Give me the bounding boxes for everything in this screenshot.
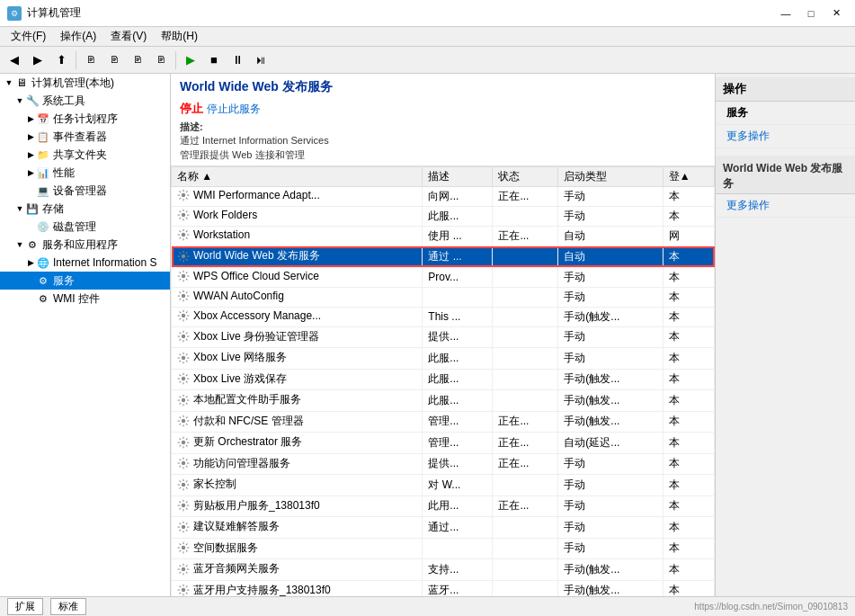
back-button[interactable]: ◀	[4, 50, 25, 70]
tree-item-storage[interactable]: ▼ 💾 存储	[0, 200, 170, 218]
tree-item-wmi[interactable]: ⚙ WMI 控件	[0, 290, 170, 308]
table-row[interactable]: Xbox Accessory Manage...This ...手动(触发...…	[172, 307, 715, 326]
service-name: 功能访问管理器服务	[193, 456, 290, 471]
service-name: 蓝牙用户支持服务_138013f0	[193, 583, 331, 596]
service-status: 正在...	[493, 495, 558, 517]
table-row[interactable]: Xbox Live 网络服务此服...手动本	[172, 348, 715, 370]
stop-service-btn[interactable]: ■	[203, 50, 225, 70]
table-row[interactable]: Xbox Live 游戏保存此服...手动(触发...本	[172, 369, 715, 390]
gear-service-icon: 空间数据服务	[177, 540, 258, 556]
minimize-button[interactable]: —	[774, 4, 797, 22]
export-btn[interactable]: 🖹	[103, 50, 125, 70]
title-bar: ⚙ 计算机管理 — □ ✕	[0, 0, 855, 27]
actions-title: 操作	[716, 77, 855, 102]
table-row[interactable]: 蓝牙音频网关服务支持...手动(触发...本	[172, 559, 715, 581]
restart-service-btn[interactable]: ⏯	[250, 50, 272, 70]
service-name: WPS Office Cloud Service	[193, 270, 319, 282]
menu-view[interactable]: 查看(V)	[103, 27, 154, 46]
action-services[interactable]: 服务	[716, 102, 855, 125]
table-row[interactable]: WMI Performance Adapt...向网...正在...手动本	[172, 187, 715, 207]
service-login: 本	[663, 517, 714, 539]
svg-point-15	[182, 504, 185, 507]
gear-service-icon: Xbox Live 网络服务	[177, 350, 287, 365]
stop-service-link[interactable]: 停止此服务	[207, 102, 261, 117]
table-row[interactable]: 更新 Orchestrator 服务管理...正在...自动(延迟...本	[172, 433, 715, 454]
service-login: 本	[663, 559, 714, 581]
service-status	[493, 517, 558, 539]
gear-service-icon: WMI Performance Adapt...	[177, 189, 320, 201]
maximize-button[interactable]: □	[799, 4, 823, 22]
table-row[interactable]: 空间数据服务手动本	[172, 538, 715, 559]
tree-item-services[interactable]: ⚙ 服务	[0, 272, 170, 290]
service-desc: 提供...	[423, 453, 493, 475]
tab-standard[interactable]: 标准	[50, 598, 86, 615]
service-login: 本	[663, 475, 714, 496]
service-startup: 手动(触发...	[558, 559, 663, 581]
service-list-container[interactable]: 名称 ▲ 描述 状态 启动类型 登▲ WMI Performance Adapt…	[171, 166, 715, 596]
table-row[interactable]: 剪贴板用户服务_138013f0此用...正在...手动本	[172, 495, 715, 517]
service-login: 本	[663, 411, 714, 433]
tree-item-disk-mgmt[interactable]: 💿 磁盘管理	[0, 218, 170, 236]
table-row[interactable]: WWAN AutoConfig手动本	[172, 287, 715, 307]
table-row[interactable]: World Wide Web 发布服务通过 ...自动本	[172, 246, 715, 268]
gear-service-icon: 付款和 NFC/SE 管理器	[177, 414, 304, 429]
tree-item-shared-folders[interactable]: ▶ 📁 共享文件夹	[0, 146, 170, 164]
service-name: 本地配置文件助手服务	[193, 392, 301, 407]
up-button[interactable]: ⬆	[50, 50, 72, 70]
pause-service-btn[interactable]: ⏸	[227, 50, 248, 70]
col-status[interactable]: 状态	[493, 167, 558, 187]
tree-item-tools[interactable]: ▼ 🔧 系统工具	[0, 92, 170, 110]
service-header: World Wide Web 发布服务 停止 停止此服务 描述: 通过 Inte…	[171, 74, 715, 166]
tab-expand[interactable]: 扩展	[7, 598, 43, 615]
table-row[interactable]: 家长控制对 W...手动本	[172, 475, 715, 496]
table-row[interactable]: Work Folders此服...手动本	[172, 207, 715, 227]
service-desc	[423, 287, 493, 307]
service-name: Xbox Live 身份验证管理器	[193, 329, 319, 344]
table-row[interactable]: 本地配置文件助手服务此服...手动(触发...本	[172, 390, 715, 412]
tree-item-device-manager[interactable]: 💻 设备管理器	[0, 182, 170, 200]
service-startup: 手动	[558, 538, 663, 559]
start-service-btn[interactable]: ▶	[180, 50, 201, 70]
action-more-ops-1[interactable]: 更多操作	[716, 125, 855, 148]
service-desc: 通过 ...	[423, 246, 493, 268]
disk-icon: 💿	[36, 219, 50, 234]
tree-label-computer: 计算机管理(本地)	[31, 76, 114, 91]
tree-item-performance[interactable]: ▶ 📊 性能	[0, 164, 170, 182]
tree-item-iis[interactable]: ▶ 🌐 Internet Information S	[0, 254, 170, 272]
service-name: Workstation	[193, 228, 250, 241]
table-row[interactable]: 蓝牙用户支持服务_138013f0蓝牙...手动(触发...本	[172, 580, 715, 596]
table-row[interactable]: WPS Office Cloud ServiceProv...手动本	[172, 267, 715, 287]
tree-label-services-apps: 服务和应用程序	[42, 237, 118, 253]
tree-item-computer[interactable]: ▼ 🖥 计算机管理(本地)	[0, 74, 170, 92]
col-startup[interactable]: 启动类型	[558, 167, 663, 187]
tree-item-services-apps[interactable]: ▼ ⚙ 服务和应用程序	[0, 236, 170, 254]
close-button[interactable]: ✕	[824, 4, 848, 22]
service-login: 本	[663, 390, 714, 412]
table-row[interactable]: 付款和 NFC/SE 管理器管理...正在...手动(触发...本	[172, 411, 715, 433]
tree-item-scheduler[interactable]: ▶ 📅 任务计划程序	[0, 110, 170, 128]
service-login: 本	[663, 538, 714, 559]
table-row[interactable]: 功能访问管理器服务提供...正在...手动本	[172, 453, 715, 475]
menu-action[interactable]: 操作(A)	[53, 27, 103, 46]
service-name: 建议疑难解答服务	[193, 519, 280, 534]
show-hide-btn[interactable]: 🖹	[80, 50, 102, 70]
service-desc: 此服...	[423, 369, 493, 390]
table-row[interactable]: 建议疑难解答服务通过...手动本	[172, 517, 715, 539]
table-row[interactable]: Xbox Live 身份验证管理器提供...手动本	[172, 326, 715, 348]
title-bar-controls: — □ ✕	[774, 4, 848, 22]
col-login[interactable]: 登▲	[663, 167, 714, 187]
forward-button[interactable]: ▶	[27, 50, 49, 70]
action-more-ops-2[interactable]: 更多操作	[716, 194, 855, 218]
col-name[interactable]: 名称 ▲	[172, 167, 423, 187]
properties-btn[interactable]: 🖹	[150, 50, 172, 70]
col-desc[interactable]: 描述	[423, 167, 493, 187]
table-row[interactable]: Workstation使用 ...正在...自动网	[172, 227, 715, 246]
arrow-icon: ▼	[14, 96, 25, 105]
service-startup: 手动(触发...	[558, 390, 663, 412]
refresh-btn[interactable]: 🖹	[127, 50, 148, 70]
menu-file[interactable]: 文件(F)	[4, 27, 53, 46]
tree-item-event-viewer[interactable]: ▶ 📋 事件查看器	[0, 128, 170, 146]
svg-point-13	[182, 461, 185, 465]
service-name: 更新 Orchestrator 服务	[193, 434, 302, 450]
menu-help[interactable]: 帮助(H)	[154, 27, 205, 46]
